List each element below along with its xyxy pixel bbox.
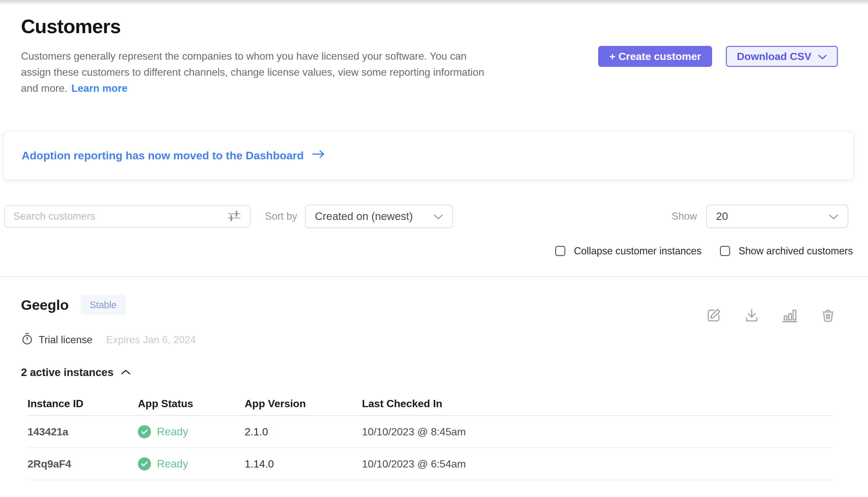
page-description-line: Customers generally represent the compan… xyxy=(21,48,484,64)
bar-chart-icon xyxy=(781,320,798,325)
collapse-instances-label: Collapse customer instances xyxy=(574,245,702,257)
instance-app-version: 2.1.0 xyxy=(245,426,362,438)
customer-actions xyxy=(706,307,836,324)
license-type: Trial license xyxy=(21,332,92,348)
page-title: Customers xyxy=(21,15,484,38)
filter-sliders-icon[interactable] xyxy=(227,210,241,223)
collapse-instances-option[interactable]: Collapse customer instances xyxy=(555,245,702,257)
instance-row: 2Rq9aF4 Ready 1.14.0 10/10/2023 @ 6:54am xyxy=(28,448,832,480)
create-customer-button[interactable]: + Create customer xyxy=(598,46,712,67)
edit-customer-button[interactable] xyxy=(706,307,722,324)
show-archived-checkbox[interactable] xyxy=(720,246,730,256)
instance-status-label: Ready xyxy=(157,426,188,438)
trash-icon xyxy=(820,320,836,325)
show-select-value: 20 xyxy=(716,210,728,223)
search-box xyxy=(4,205,251,228)
instance-status: Ready xyxy=(138,425,245,438)
list-options: Collapse customer instances Show archive… xyxy=(0,245,853,257)
search-input[interactable] xyxy=(13,211,221,222)
instance-last-checked-in: 10/10/2023 @ 8:45am xyxy=(362,426,832,438)
adoption-reporting-link[interactable]: Adoption reporting has now moved to the … xyxy=(21,149,326,162)
channel-badge: Stable xyxy=(80,295,126,315)
col-header-app-version: App Version xyxy=(245,398,362,410)
customer-title-row: Geeglo Stable xyxy=(21,295,126,315)
show-archived-option[interactable]: Show archived customers xyxy=(720,245,853,257)
check-circle-icon xyxy=(138,457,151,470)
chevron-down-icon xyxy=(829,210,839,223)
list-controls: Sort by Created on (newest) Show 20 xyxy=(4,204,848,228)
instances-toggle[interactable]: 2 active instances xyxy=(21,366,836,379)
sort-by-label: Sort by xyxy=(265,211,297,222)
instances-summary: 2 active instances xyxy=(21,366,114,379)
instances-table: Instance ID App Status App Version Last … xyxy=(28,392,832,480)
customer-card-header: Geeglo Stable xyxy=(21,295,836,324)
download-license-button[interactable] xyxy=(744,307,760,324)
sort-select[interactable]: Created on (newest) xyxy=(305,204,453,228)
customer-card: Geeglo Stable xyxy=(0,295,868,497)
archive-customer-button[interactable] xyxy=(820,307,836,324)
download-icon xyxy=(744,320,760,325)
col-header-instance-id: Instance ID xyxy=(28,398,138,410)
instance-row: 143421a Ready 2.1.0 10/10/2023 @ 8:45am xyxy=(28,416,832,448)
license-type-label: Trial license xyxy=(39,334,92,346)
instance-app-version: 1.14.0 xyxy=(245,458,362,470)
header-actions: + Create customer Download CSV xyxy=(598,46,838,96)
page-description: Customers generally represent the compan… xyxy=(21,48,484,96)
download-csv-label: Download CSV xyxy=(737,51,811,62)
license-row: Trial license Expires Jan 6, 2024 xyxy=(21,332,836,348)
license-expiry: Expires Jan 6, 2024 xyxy=(106,334,196,346)
edit-icon xyxy=(706,320,722,325)
instance-id: 143421a xyxy=(28,426,138,438)
section-divider xyxy=(0,276,868,277)
adoption-reporting-banner: Adoption reporting has now moved to the … xyxy=(3,130,854,180)
instance-status-label: Ready xyxy=(157,458,188,470)
download-csv-button[interactable]: Download CSV xyxy=(726,46,838,67)
check-circle-icon xyxy=(138,425,151,438)
stopwatch-icon xyxy=(21,332,33,348)
chevron-down-icon xyxy=(433,210,443,223)
adoption-reporting-text: Adoption reporting has now moved to the … xyxy=(21,149,304,162)
arrow-right-icon xyxy=(311,149,326,162)
page-header-text: Customers Customers generally represent … xyxy=(21,15,484,96)
page-description-line: and more. xyxy=(21,82,68,94)
show-label: Show xyxy=(672,211,697,222)
instance-last-checked-in: 10/10/2023 @ 6:54am xyxy=(362,458,832,470)
instance-id: 2Rq9aF4 xyxy=(28,458,138,470)
col-header-app-status: App Status xyxy=(138,398,245,410)
sort-select-value: Created on (newest) xyxy=(315,210,413,223)
chevron-up-icon xyxy=(120,366,131,379)
show-per-page-select[interactable]: 20 xyxy=(706,204,848,228)
reporting-button[interactable] xyxy=(781,307,798,324)
instances-table-header: Instance ID App Status App Version Last … xyxy=(28,392,832,416)
show-archived-label: Show archived customers xyxy=(739,245,853,257)
learn-more-link[interactable]: Learn more xyxy=(71,82,128,94)
customer-name[interactable]: Geeglo xyxy=(21,297,69,313)
page-header: Customers Customers generally represent … xyxy=(0,0,868,96)
chevron-down-icon xyxy=(818,51,827,62)
instance-status: Ready xyxy=(138,457,245,470)
page-description-line: assign these customers to different chan… xyxy=(21,64,484,80)
collapse-instances-checkbox[interactable] xyxy=(555,246,565,256)
col-header-last-checked-in: Last Checked In xyxy=(362,398,832,410)
